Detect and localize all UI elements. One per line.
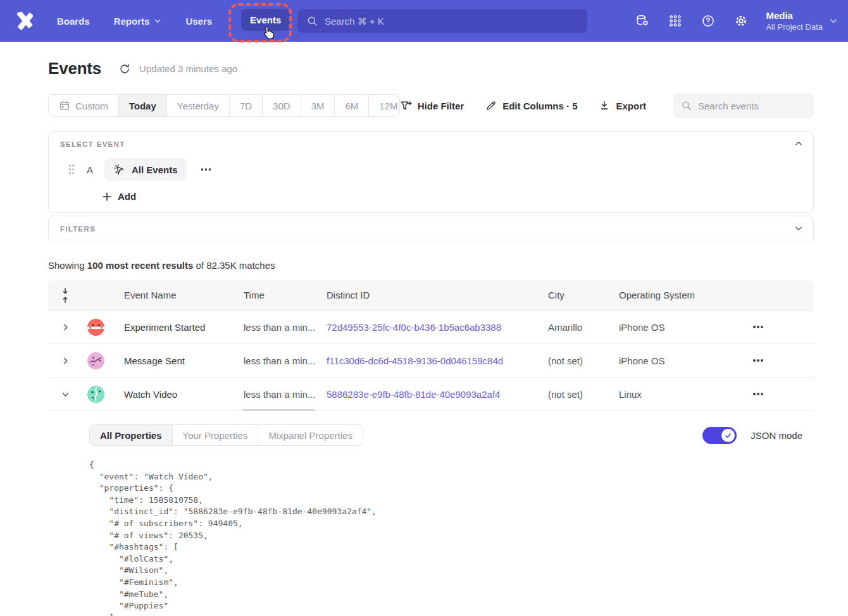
distinct-id-link[interactable]: 5886283e-e9fb-48fb-81de-40e9093a2af4 [327, 389, 500, 400]
edit-columns-button[interactable]: Edit Columns · 5 [485, 100, 577, 111]
table-row-experiment-started[interactable]: Experiment Started less than a min... 72… [48, 311, 814, 344]
json-mode-control: JSON mode [702, 427, 802, 444]
row-more-options-button[interactable] [750, 388, 766, 400]
column-distinct-id[interactable]: Distinct ID [327, 290, 548, 300]
row-more-options-button[interactable] [750, 321, 766, 333]
event-selector-row: A All Events [68, 158, 802, 181]
column-event-name[interactable]: Event Name [124, 290, 244, 300]
export-label: Export [616, 101, 646, 111]
date-option-6m[interactable]: 6M [335, 95, 369, 116]
summary-highlight: 100 most recent results [87, 260, 194, 271]
search-icon [681, 100, 692, 111]
nav-item-reports-label: Reports [114, 16, 150, 27]
nav-item-boards[interactable]: Boards [57, 16, 90, 27]
date-option-custom[interactable]: Custom [49, 95, 119, 116]
select-event-heading: SELECT EVENT [60, 140, 802, 148]
controls-row: Custom Today Yesterday 7D 30D 3M 6M 12M … [48, 93, 814, 118]
ellipsis-icon [757, 393, 759, 395]
event-json-viewer[interactable]: { "event": "Watch Video", "properties": … [89, 459, 802, 616]
json-mode-toggle[interactable] [702, 427, 737, 444]
refresh-icon[interactable] [119, 63, 130, 75]
date-option-today[interactable]: Today [119, 95, 167, 116]
date-option-12m[interactable]: 12M [369, 95, 399, 116]
properties-tabs: All Properties Your Properties Mixpanel … [89, 424, 363, 446]
event-more-options-button[interactable] [198, 163, 215, 176]
tab-mixpanel-properties[interactable]: Mixpanel Properties [258, 425, 363, 445]
event-os: iPhone OS [619, 322, 734, 333]
event-detail-panel: All Properties Your Properties Mixpanel … [48, 411, 814, 616]
page-header: Events Updated 3 minutes ago [48, 59, 814, 78]
date-option-30d[interactable]: 30D [263, 95, 301, 116]
date-option-7d[interactable]: 7D [230, 95, 263, 116]
tab-all-properties[interactable]: All Properties [90, 425, 173, 445]
tab-your-properties[interactable]: Your Properties [173, 425, 259, 445]
events-table: Event Name Time Distinct ID City Operati… [48, 280, 814, 616]
settings-gear-icon[interactable] [734, 14, 748, 28]
detail-toolbar: All Properties Your Properties Mixpanel … [89, 424, 802, 446]
collapse-rows-icon[interactable] [61, 287, 70, 304]
event-city: (not set) [548, 389, 619, 400]
horizontal-scrollbar-thumb[interactable] [242, 409, 315, 412]
event-name: Message Sent [124, 355, 244, 366]
toggle-knob [721, 429, 735, 442]
ellipsis-icon [205, 168, 208, 171]
download-icon [599, 100, 610, 111]
table-toolbar: Hide Filter Edit Columns · 5 Export [400, 93, 814, 118]
top-navbar: Boards Reports Users Events [0, 0, 848, 42]
distinct-id-link[interactable]: 72d49553-25fc-4f0c-b436-1b5ac6ab3388 [327, 322, 501, 333]
expand-chevron-down-icon[interactable] [794, 224, 803, 233]
global-search[interactable] [297, 9, 587, 33]
column-city[interactable]: City [548, 290, 619, 300]
add-event-button[interactable]: Add [102, 191, 146, 202]
chevron-right-icon[interactable] [61, 356, 70, 366]
check-icon [724, 431, 732, 440]
table-row-watch-video[interactable]: Watch Video less than a min... 5886283e-… [48, 378, 814, 411]
cursor-hand-icon [261, 25, 275, 40]
nav-events-wrapper: Events [236, 0, 277, 42]
event-name: Watch Video [124, 389, 244, 400]
project-scope: All Project Data [766, 22, 823, 32]
summary-suffix: of 82.35K matches [193, 260, 275, 271]
apps-grid-icon[interactable] [668, 14, 682, 28]
event-time: less than a min... [244, 355, 327, 366]
filters-heading: FILTERS [60, 225, 802, 233]
last-updated-text: Updated 3 minutes ago [139, 63, 237, 74]
search-icon [306, 15, 318, 27]
mixpanel-logo-icon[interactable] [15, 12, 33, 30]
event-os: iPhone OS [619, 355, 734, 366]
chevron-down-icon[interactable] [61, 390, 70, 399]
ellipsis-icon [757, 326, 759, 328]
distinct-id-link[interactable]: f11c30d6-dc6d-4518-9136-0d046159c84d [327, 355, 503, 366]
column-time[interactable]: Time [244, 290, 327, 300]
event-name: Experiment Started [124, 322, 244, 333]
event-time: less than a min... [244, 389, 327, 400]
calendar-icon [59, 100, 70, 111]
chevron-down-icon [154, 17, 161, 25]
export-button[interactable]: Export [599, 100, 646, 111]
event-os: Linux [619, 389, 734, 400]
collapse-chevron-up-icon[interactable] [794, 139, 803, 148]
date-range-selector: Custom Today Yesterday 7D 30D 3M 6M 12M [48, 94, 400, 117]
nav-item-reports[interactable]: Reports [114, 16, 162, 27]
summary-prefix: Showing [48, 260, 87, 271]
project-name: Media [766, 9, 823, 22]
help-icon[interactable] [701, 14, 715, 28]
table-row-message-sent[interactable]: Message Sent less than a min... f11c30d6… [48, 344, 814, 378]
search-events-box[interactable] [673, 93, 814, 118]
column-operating-system[interactable]: Operating System [619, 290, 734, 300]
date-option-3m[interactable]: 3M [301, 95, 335, 116]
row-more-options-button[interactable] [750, 354, 766, 367]
drag-handle-icon[interactable] [68, 164, 75, 175]
hide-filter-button[interactable]: Hide Filter [400, 100, 464, 112]
event-time: less than a min... [244, 322, 327, 333]
data-management-icon[interactable] [635, 14, 649, 28]
date-option-yesterday[interactable]: Yesterday [167, 95, 230, 116]
filters-card[interactable]: FILTERS [48, 216, 814, 242]
date-option-label: Custom [75, 101, 108, 111]
nav-item-users[interactable]: Users [185, 16, 212, 27]
global-search-input[interactable] [325, 16, 578, 27]
search-events-input[interactable] [698, 101, 806, 111]
chevron-right-icon[interactable] [61, 323, 70, 332]
project-selector[interactable]: Media All Project Data [766, 9, 838, 32]
all-events-button[interactable]: All Events [104, 158, 187, 181]
